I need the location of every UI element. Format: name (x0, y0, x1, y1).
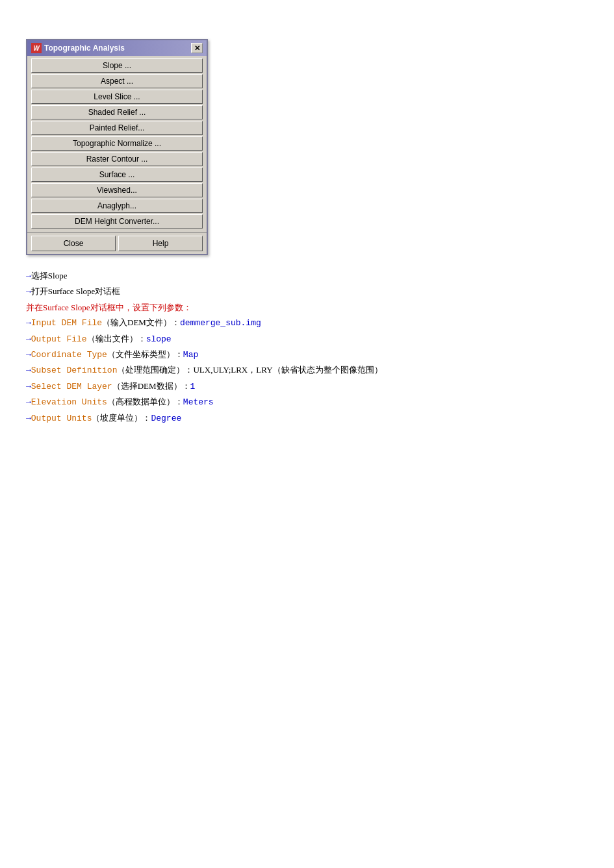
arrow-8: → (26, 382, 31, 391)
cn-9: （高程数据单位）： (107, 397, 183, 406)
aspect-button[interactable]: Aspect ... (31, 74, 203, 88)
val-4: demmerge_sub.img (180, 318, 261, 328)
painted-relief-button[interactable]: Painted Relief... (31, 121, 203, 135)
key-8: Select DEM Layer (31, 382, 112, 391)
dem-height-converter-button[interactable]: DEM Height Converter... (31, 214, 203, 229)
arrow-9: → (26, 397, 31, 407)
instruction-line-1: →选择Slope (26, 268, 588, 284)
dialog-titlebar: W Topographic Analysis ✕ (27, 40, 207, 56)
key-4: Input DEM File (31, 318, 102, 328)
val-7: ULX,ULY;LRX，LRY（缺省状态为整个图像范围） (193, 365, 382, 375)
key-7: Subset Definition (31, 366, 118, 375)
text-1: 选择Slope (31, 271, 68, 280)
close-icon[interactable]: ✕ (191, 43, 203, 53)
level-slice-button[interactable]: Level Slice ... (31, 90, 203, 104)
topographic-analysis-dialog: W Topographic Analysis ✕ Slope ... Aspec… (26, 39, 208, 255)
val-10: Degree (151, 414, 181, 423)
val-6: Map (183, 350, 198, 360)
text-3: 并在Surface Slope对话框中，设置下列参数： (26, 303, 192, 312)
shaded-relief-button[interactable]: Shaded Relief ... (31, 105, 203, 119)
cn-4: （输入DEM文件）： (102, 317, 180, 327)
arrow-7: → (26, 366, 31, 375)
arrow-4: → (26, 318, 31, 328)
cn-5: （输出文件）： (87, 334, 146, 343)
dialog-menu-body: Slope ... Aspect ... Level Slice ... Sha… (27, 56, 207, 231)
key-9: Elevation Units (31, 397, 107, 407)
app-icon: W (31, 43, 42, 53)
arrow-10: → (26, 414, 31, 423)
instruction-line-7: →Subset Definition（处理范围确定）：ULX,ULY;LRX，L… (26, 362, 588, 378)
instruction-line-6: →Coordinate Type（文件坐标类型）：Map (26, 347, 588, 362)
val-5: slope (146, 334, 172, 344)
viewshed-button[interactable]: Viewshed... (31, 183, 203, 197)
cn-6: （文件坐标类型）： (107, 349, 183, 359)
key-5: Output File (31, 334, 87, 344)
arrow-6: → (26, 350, 31, 360)
dialog-title: Topographic Analysis (44, 43, 125, 53)
dialog-footer: Close Help (27, 232, 207, 254)
arrow-2: → (26, 287, 31, 297)
val-9: Meters (183, 397, 214, 407)
instruction-line-9: →Elevation Units（高程数据单位）：Meters (26, 394, 588, 410)
help-button[interactable]: Help (118, 236, 203, 251)
instruction-line-3: 并在Surface Slope对话框中，设置下列参数： (26, 300, 588, 315)
cn-7: （处理范围确定）： (117, 365, 193, 375)
arrow-5: → (26, 334, 31, 344)
arrow-1: → (26, 271, 31, 281)
instruction-line-10: →Output Units（坡度单位）：Degree (26, 410, 588, 426)
val-8: 1 (190, 382, 196, 391)
instruction-line-2: →打开Surface Slope对话框 (26, 284, 588, 299)
raster-contour-button[interactable]: Raster Contour ... (31, 152, 203, 166)
key-10: Output Units (31, 414, 92, 423)
cn-8: （选择DEM数据）： (112, 381, 190, 391)
key-6: Coordinate Type (31, 350, 107, 360)
topographic-normalize-button[interactable]: Topographic Normalize ... (31, 136, 203, 151)
instructions-section: →选择Slope →打开Surface Slope对话框 并在Surface S… (26, 268, 588, 426)
close-button[interactable]: Close (31, 236, 116, 251)
titlebar-left: W Topographic Analysis (31, 43, 125, 53)
instruction-line-5: →Output File（输出文件）：slope (26, 331, 588, 347)
slope-button[interactable]: Slope ... (31, 58, 203, 73)
surface-button[interactable]: Surface ... (31, 167, 203, 182)
instruction-line-4: →Input DEM File（输入DEM文件）：demmerge_sub.im… (26, 315, 588, 330)
anaglyph-button[interactable]: Anaglyph... (31, 199, 203, 213)
instruction-line-8: →Select DEM Layer（选择DEM数据）：1 (26, 378, 588, 394)
text-2: 打开Surface Slope对话框 (31, 286, 121, 296)
cn-10: （坡度单位）： (92, 413, 151, 423)
